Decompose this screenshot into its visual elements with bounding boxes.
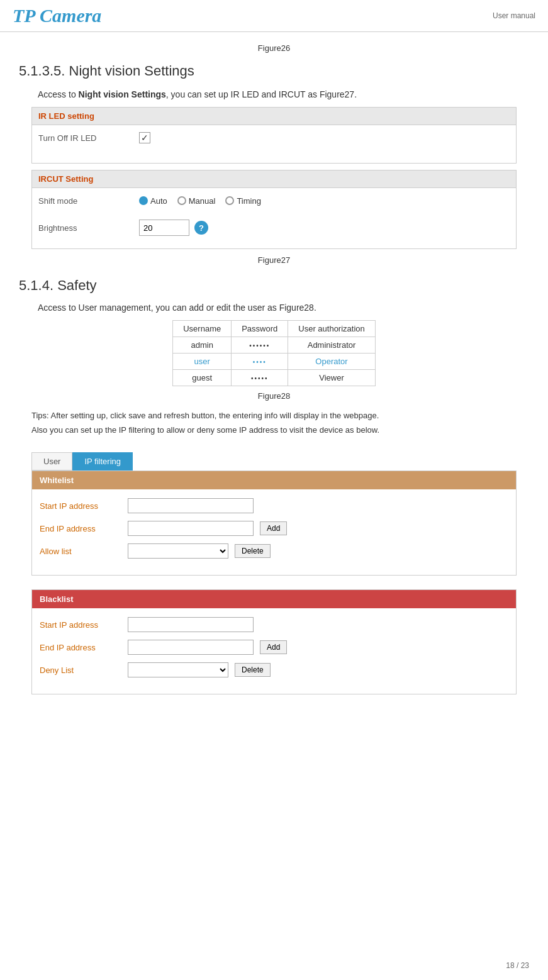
blacklist-header: Blacklist bbox=[32, 590, 516, 608]
ir-led-value: ✓ bbox=[139, 132, 510, 143]
cell-auth-user: Operator bbox=[288, 354, 376, 370]
whitelist-allow-list-select[interactable] bbox=[128, 543, 228, 559]
section-514-title: 5.1.4. Safety bbox=[19, 277, 529, 294]
blacklist-end-ip-label: End IP address bbox=[40, 643, 121, 652]
whitelist-header: Whitelist bbox=[32, 471, 516, 489]
intro-text-after: , you can set up IR LED and IRCUT as Fig… bbox=[166, 89, 357, 99]
shift-mode-value: Auto Manual Timing bbox=[139, 196, 510, 206]
page-header: TP Camera User manual bbox=[0, 0, 548, 32]
ir-led-label: Turn Off IR LED bbox=[38, 133, 139, 143]
radio-auto-label: Auto bbox=[150, 196, 167, 206]
col-password: Password bbox=[232, 321, 288, 337]
blacklist-add-button[interactable]: Add bbox=[260, 640, 287, 654]
blacklist-end-ip-row: End IP address Add bbox=[40, 636, 508, 659]
blacklist-start-ip-row: Start IP address bbox=[40, 613, 508, 636]
brightness-row: Brightness ? bbox=[32, 213, 516, 242]
col-username: Username bbox=[173, 321, 232, 337]
cell-password-admin: •••••• bbox=[232, 337, 288, 354]
ircut-setting-box: IRCUT Setting Shift mode Auto Manual Tim… bbox=[31, 170, 517, 249]
blacklist-start-ip-label: Start IP address bbox=[40, 620, 121, 630]
ircut-header: IRCUT Setting bbox=[32, 170, 516, 188]
cell-username-guest: guest bbox=[173, 370, 232, 386]
table-row: user •••• Operator bbox=[173, 354, 376, 370]
section-514-intro: Access to User management, you can add o… bbox=[38, 303, 529, 313]
whitelist-start-ip-row: Start IP address bbox=[40, 494, 508, 517]
table-header-row: Username Password User authorization bbox=[173, 321, 376, 337]
ip-tabs: User IP filtering bbox=[31, 452, 517, 471]
col-auth: User authorization bbox=[288, 321, 376, 337]
radio-manual-label: Manual bbox=[189, 196, 216, 206]
brightness-label: Brightness bbox=[38, 223, 139, 233]
radio-manual-circle[interactable] bbox=[177, 196, 186, 205]
cell-username-user: user bbox=[173, 354, 232, 370]
logo-text: TP Camera bbox=[13, 5, 101, 26]
tab-user[interactable]: User bbox=[31, 452, 72, 471]
figure26-label: Figure26 bbox=[19, 43, 529, 53]
logo: TP Camera bbox=[13, 5, 101, 26]
ir-led-header: IR LED setting bbox=[32, 108, 516, 125]
whitelist-end-ip-label: End IP address bbox=[40, 524, 121, 533]
whitelist-start-ip-input[interactable] bbox=[128, 498, 254, 513]
ir-led-setting-box: IR LED setting Turn Off IR LED ✓ bbox=[31, 107, 517, 164]
page-footer: 18 / 23 bbox=[506, 961, 529, 970]
shift-mode-row: Shift mode Auto Manual Timing bbox=[32, 188, 516, 213]
blacklist-delete-button[interactable]: Delete bbox=[235, 663, 271, 677]
tab-ip-filtering[interactable]: IP filtering bbox=[72, 452, 133, 471]
cell-auth-guest: Viewer bbox=[288, 370, 376, 386]
tips-line1: Tips: After setting up, click save and r… bbox=[31, 411, 517, 420]
shift-mode-radio-group: Auto Manual Timing bbox=[139, 196, 261, 206]
whitelist-end-ip-row: End IP address Add bbox=[40, 517, 508, 540]
intro-bold: Night vision Settings bbox=[79, 89, 166, 99]
whitelist-end-ip-input[interactable] bbox=[128, 521, 254, 536]
radio-timing-label: Timing bbox=[237, 196, 261, 206]
cell-auth-admin: Administrator bbox=[288, 337, 376, 354]
brightness-help-icon[interactable]: ? bbox=[194, 221, 208, 235]
table-row: admin •••••• Administrator bbox=[173, 337, 376, 354]
user-management-table: Username Password User authorization adm… bbox=[172, 320, 376, 386]
shift-mode-label: Shift mode bbox=[38, 196, 139, 206]
ir-led-checkbox[interactable]: ✓ bbox=[139, 132, 150, 143]
table-row: guest ••••• Viewer bbox=[173, 370, 376, 386]
blacklist-deny-list-select[interactable] bbox=[128, 662, 228, 677]
whitelist-delete-button[interactable]: Delete bbox=[235, 544, 271, 558]
whitelist-body: Start IP address End IP address Add Allo… bbox=[32, 489, 516, 567]
section-513-intro: Access to Night vision Settings, you can… bbox=[38, 89, 529, 99]
main-content: Figure26 5.1.3.5. Night vision Settings … bbox=[0, 32, 548, 720]
radio-auto-circle[interactable] bbox=[139, 196, 148, 205]
whitelist-start-ip-label: Start IP address bbox=[40, 501, 121, 511]
whitelist-allow-list-row: Allow list Delete bbox=[40, 540, 508, 562]
cell-username-admin: admin bbox=[173, 337, 232, 354]
radio-auto[interactable]: Auto bbox=[139, 196, 167, 206]
brightness-input[interactable] bbox=[139, 220, 189, 236]
figure28-label: Figure28 bbox=[19, 391, 529, 401]
whitelist-box: Whitelist Start IP address End IP addres… bbox=[31, 471, 517, 576]
blacklist-box: Blacklist Start IP address End IP addres… bbox=[31, 589, 517, 694]
section-513-title: 5.1.3.5. Night vision Settings bbox=[19, 63, 529, 79]
blacklist-deny-list-row: Deny List Delete bbox=[40, 659, 508, 681]
whitelist-allow-list-label: Allow list bbox=[40, 547, 121, 556]
blacklist-end-ip-input[interactable] bbox=[128, 640, 254, 655]
cell-password-guest: ••••• bbox=[232, 370, 288, 386]
radio-manual[interactable]: Manual bbox=[177, 196, 216, 206]
blacklist-start-ip-input[interactable] bbox=[128, 617, 254, 632]
brightness-value: ? bbox=[139, 220, 510, 236]
manual-label: User manual bbox=[493, 11, 535, 20]
cell-password-user: •••• bbox=[232, 354, 288, 370]
radio-timing-circle[interactable] bbox=[225, 196, 234, 205]
radio-timing[interactable]: Timing bbox=[225, 196, 261, 206]
figure27-label: Figure27 bbox=[19, 255, 529, 265]
intro-text-before: Access to bbox=[38, 89, 79, 99]
ir-led-row: Turn Off IR LED ✓ bbox=[32, 125, 516, 150]
blacklist-body: Start IP address End IP address Add Deny… bbox=[32, 608, 516, 686]
whitelist-add-button[interactable]: Add bbox=[260, 521, 287, 535]
blacklist-deny-list-label: Deny List bbox=[40, 665, 121, 675]
tips-line2: Also you can set up the IP filtering to … bbox=[31, 425, 517, 435]
page-number: 18 / 23 bbox=[506, 961, 529, 970]
